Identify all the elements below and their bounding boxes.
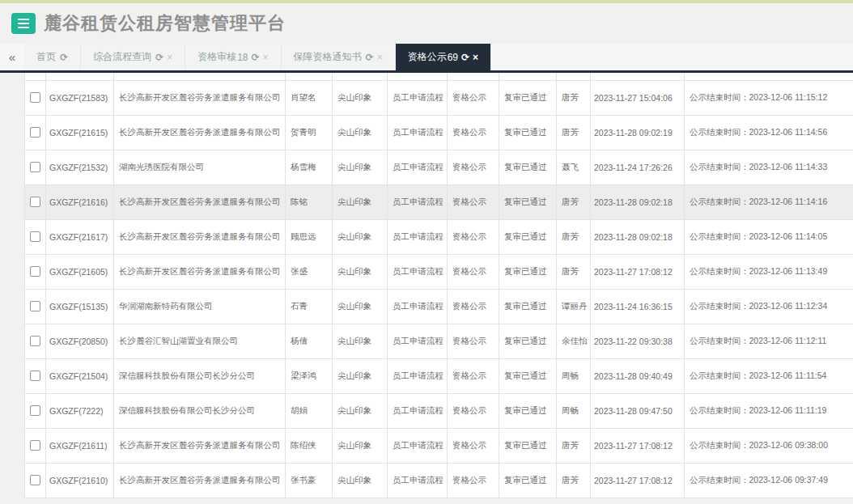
cell-application-id: GXGZF(21583) (46, 80, 114, 115)
row-checkbox[interactable] (30, 371, 40, 381)
cell-publicity-end-remark: 公示结束时间：2023-12-06 11:14:16 (685, 184, 853, 219)
tabs-scroll-left-button[interactable]: « (0, 44, 24, 70)
cell-timestamp: 2023-11-28 09:02:18 (591, 184, 685, 219)
row-checkbox[interactable] (30, 405, 40, 416)
tab-process-query[interactable]: 综合流程查询 ⟳ × (81, 44, 185, 70)
cell-company-name: 长沙高新开发区麓谷劳务派遣服务有限公司 (114, 463, 286, 498)
close-icon[interactable]: × (167, 52, 172, 63)
cell-process-name: 员工申请流程 (388, 393, 448, 428)
cell-operator-name: 周畅 (557, 393, 591, 428)
refresh-icon[interactable]: ⟳ (60, 52, 68, 63)
cell-process-name: 员工申请流程 (388, 358, 448, 393)
row-checkbox[interactable] (30, 197, 40, 207)
row-checkbox[interactable] (30, 162, 40, 172)
row-checkbox-cell (25, 358, 46, 393)
cell-publicity-end-remark: 公示结束时间：2023-12-06 11:13:49 (685, 254, 853, 289)
table-row[interactable]: GXGZF(21611) 长沙高新开发区麓谷劳务派遣服务有限公司 陈绍侠 尖山印… (25, 428, 853, 463)
tab-qualification-review[interactable]: 资格审核18 ⟳ × (185, 44, 281, 70)
close-icon[interactable]: × (473, 52, 478, 63)
table-row[interactable]: GXGZF(15135) 华润湖南新特药有限公司 石青 尖山印象 员工申请流程 … (25, 289, 853, 324)
table-row[interactable]: GXGZF(21583) 长沙高新开发区麓谷劳务派遣服务有限公司 肖望名 尖山印… (25, 80, 853, 115)
cell-company-name: 华润湖南新特药有限公司 (114, 289, 286, 324)
tab-label: 综合流程查询 (93, 50, 151, 64)
table-row[interactable]: GXGZF(21504) 深信服科技股份有限公司长沙分公司 梁泽鸿 尖山印象 员… (25, 358, 853, 393)
cell-timestamp: 2023-11-28 09:40:49 (591, 358, 685, 393)
cell-company-name: 长沙高新开发区麓谷劳务派遣服务有限公司 (114, 254, 286, 289)
refresh-icon[interactable]: ⟳ (461, 52, 469, 63)
cell-process-name: 员工申请流程 (388, 289, 448, 324)
cell-current-stage: 资格公示 (448, 184, 499, 219)
cell-operator-name: 唐芳 (557, 254, 591, 289)
cell-current-stage: 资格公示 (448, 219, 499, 254)
row-checkbox-cell (25, 184, 46, 219)
tab-qualification-publicity[interactable]: 资格公示69 ⟳ × (396, 44, 491, 70)
table-row[interactable]: GXGZF(21610) 长沙高新开发区麓谷劳务派遣服务有限公司 张书豪 尖山印… (25, 463, 853, 498)
cell-project-name: 尖山印象 (333, 150, 388, 184)
row-checkbox[interactable] (30, 336, 40, 346)
table-row[interactable]: GXGZF(21532) 湖南光琇医院有限公司 杨雪梅 尖山印象 员工申请流程 … (25, 150, 853, 184)
cell-project-name: 尖山印象 (333, 184, 388, 219)
row-checkbox[interactable] (30, 301, 40, 311)
cell-applicant-name: 顾思远 (286, 219, 333, 254)
cell-timestamp: 2023-11-27 17:08:12 (591, 428, 685, 463)
cell-project-name: 尖山印象 (333, 358, 388, 393)
cell-application-id: GXGZF(15135) (46, 289, 114, 324)
cell-applicant-name: 胡娟 (286, 393, 333, 428)
hamburger-icon (18, 23, 29, 24)
cell-timestamp: 2023-11-24 17:26:26 (591, 150, 685, 184)
cell-review-status: 复审已通过 (499, 428, 557, 463)
cell-operator-name: 唐芳 (557, 115, 591, 150)
table-row[interactable]: GXGZF(21617) 长沙高新开发区麓谷劳务派遣服务有限公司 顾思远 尖山印… (25, 219, 853, 254)
cell-operator-name: 唐芳 (557, 428, 591, 463)
row-checkbox[interactable] (30, 127, 40, 138)
hamburger-menu-button[interactable] (11, 13, 36, 34)
tab-guarantee-notice[interactable]: 保障资格通知书 ⟳ × (282, 44, 396, 70)
table-row[interactable]: GXGZF(7222) 深信服科技股份有限公司长沙分公司 胡娟 尖山印象 员工申… (25, 393, 853, 428)
table-row[interactable]: GXGZF(21615) 长沙高新开发区麓谷劳务派遣服务有限公司 贺青明 尖山印… (25, 115, 853, 150)
cell-application-id: GXGZF(20850) (46, 324, 114, 358)
cell-applicant-name: 梁泽鸿 (286, 358, 333, 393)
refresh-icon[interactable]: ⟳ (366, 52, 374, 63)
close-icon[interactable]: × (263, 52, 269, 63)
cell-publicity-end-remark: 公示结束时间：2023-12-06 11:14:05 (685, 219, 853, 254)
cell-applicant-name: 陈绍侠 (286, 428, 333, 463)
cell-publicity-end-remark: 公示结束时间：2023-12-06 11:11:54 (685, 358, 853, 393)
tab-bar: « 首页 ⟳ 综合流程查询 ⟳ × 资格审核18 ⟳ × 保障资格通知书 ⟳ ×… (0, 44, 853, 73)
cell-publicity-end-remark: 公示结束时间：2023-12-06 11:15:12 (685, 80, 853, 115)
row-checkbox[interactable] (30, 440, 40, 451)
row-checkbox-cell (25, 463, 46, 498)
row-checkbox-cell (25, 150, 46, 184)
refresh-icon[interactable]: ⟳ (252, 52, 260, 63)
cell-company-name: 长沙麓谷汇智山湖置业有限公司 (114, 324, 286, 358)
row-checkbox[interactable] (30, 92, 40, 103)
cell-publicity-end-remark: 公示结束时间：2023-12-06 09:37:49 (685, 463, 853, 498)
cell-application-id: GXGZF(7222) (46, 393, 114, 428)
row-checkbox-cell (25, 115, 46, 150)
cell-current-stage: 资格公示 (448, 463, 499, 498)
cell-applicant-name: 肖望名 (286, 80, 333, 115)
table-row[interactable]: GXGZF(20850) 长沙麓谷汇智山湖置业有限公司 杨倩 尖山印象 员工申请… (25, 324, 853, 358)
cell-project-name: 尖山印象 (333, 289, 388, 324)
cell-application-id: GXGZF(21611) (46, 428, 114, 463)
cell-process-name: 员工申请流程 (388, 219, 448, 254)
table-row[interactable]: GXGZF(21616) 长沙高新开发区麓谷劳务派遣服务有限公司 陈铭 尖山印象… (25, 184, 853, 219)
cell-application-id: GXGZF(21504) (46, 358, 114, 393)
cell-current-stage: 资格公示 (448, 289, 499, 324)
row-checkbox[interactable] (30, 266, 40, 277)
tab-home[interactable]: 首页 ⟳ (24, 44, 81, 70)
cell-process-name: 员工申请流程 (388, 324, 448, 358)
cell-operator-name: 聂飞 (557, 150, 591, 184)
table-header-clipped (25, 73, 853, 80)
table-row[interactable]: GXGZF(21605) 长沙高新开发区麓谷劳务派遣服务有限公司 张盛 尖山印象… (25, 254, 853, 289)
cell-process-name: 员工申请流程 (388, 150, 448, 184)
cell-operator-name: 余佳怡 (557, 324, 591, 358)
row-checkbox-cell (25, 428, 46, 463)
cell-process-name: 员工申请流程 (388, 254, 448, 289)
cell-applicant-name: 贺青明 (286, 115, 333, 150)
row-checkbox[interactable] (30, 475, 40, 485)
cell-application-id: GXGZF(21615) (46, 115, 114, 150)
refresh-icon[interactable]: ⟳ (155, 52, 163, 63)
close-icon[interactable]: × (377, 52, 383, 63)
cell-project-name: 尖山印象 (333, 254, 388, 289)
row-checkbox[interactable] (30, 231, 40, 242)
